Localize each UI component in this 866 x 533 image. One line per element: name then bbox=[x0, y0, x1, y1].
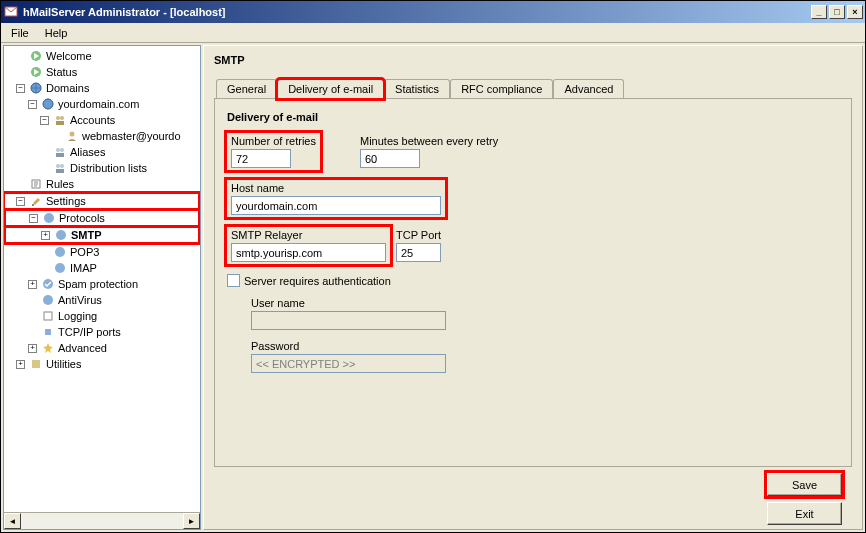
tab-rfc[interactable]: RFC compliance bbox=[450, 79, 553, 98]
svg-rect-16 bbox=[32, 204, 34, 206]
collapse-icon[interactable]: − bbox=[40, 116, 49, 125]
auth-checkbox-row: Server requires authentication bbox=[227, 274, 839, 287]
window-title: hMailServer Administrator - [localhost] bbox=[23, 6, 811, 18]
expand-icon[interactable]: + bbox=[28, 280, 37, 289]
hostname-group: Host name bbox=[227, 180, 445, 217]
hostname-input[interactable] bbox=[231, 196, 441, 215]
maximize-button[interactable]: □ bbox=[829, 5, 845, 19]
relayer-label: SMTP Relayer bbox=[231, 229, 386, 241]
globe-icon bbox=[40, 96, 56, 112]
svg-point-13 bbox=[60, 164, 64, 168]
svg-rect-24 bbox=[45, 329, 51, 335]
tree-protocols[interactable]: − Protocols bbox=[5, 210, 199, 226]
minutes-input[interactable] bbox=[360, 149, 420, 168]
logging-icon bbox=[40, 308, 56, 324]
relayer-input[interactable] bbox=[231, 243, 386, 262]
retries-input[interactable] bbox=[231, 149, 291, 168]
menubar: File Help bbox=[1, 23, 865, 43]
tabs: General Delivery of e-mail Statistics RF… bbox=[214, 79, 852, 99]
svg-rect-14 bbox=[56, 169, 64, 173]
tree-domains[interactable]: − Domains bbox=[4, 80, 200, 96]
tree-yourdomain[interactable]: − yourdomain.com bbox=[4, 96, 200, 112]
users-icon bbox=[52, 112, 68, 128]
svg-rect-23 bbox=[44, 312, 52, 320]
auth-label: Server requires authentication bbox=[244, 275, 391, 287]
tree-tcpip[interactable]: TCP/IP ports bbox=[4, 324, 200, 340]
tree-smtp[interactable]: + SMTP bbox=[5, 227, 199, 243]
menu-help[interactable]: Help bbox=[37, 25, 76, 41]
tree-status[interactable]: Status bbox=[4, 64, 200, 80]
tree-spam[interactable]: + Spam protection bbox=[4, 276, 200, 292]
password-label: Password bbox=[251, 340, 839, 352]
retries-group: Number of retries bbox=[227, 133, 320, 170]
tree-webmaster[interactable]: webmaster@yourdo bbox=[4, 128, 200, 144]
protocol-icon bbox=[41, 210, 57, 226]
star-icon bbox=[40, 340, 56, 356]
rules-icon bbox=[28, 176, 44, 192]
retries-label: Number of retries bbox=[231, 135, 316, 147]
spam-icon bbox=[40, 276, 56, 292]
relayer-group: SMTP Relayer bbox=[227, 227, 390, 264]
svg-point-12 bbox=[56, 164, 60, 168]
tree-imap[interactable]: IMAP bbox=[4, 260, 200, 276]
tab-general[interactable]: General bbox=[216, 79, 277, 98]
tree-panel: Welcome Status − Domains − bbox=[3, 45, 201, 530]
svg-rect-7 bbox=[56, 121, 64, 125]
tree-hscrollbar[interactable]: ◄ ► bbox=[4, 512, 200, 529]
svg-point-4 bbox=[43, 99, 53, 109]
collapse-icon[interactable]: − bbox=[16, 197, 25, 206]
collapse-icon[interactable]: − bbox=[29, 214, 38, 223]
user-icon bbox=[64, 128, 80, 144]
scroll-left-icon[interactable]: ◄ bbox=[4, 513, 21, 529]
close-button[interactable]: × bbox=[847, 5, 863, 19]
collapse-icon[interactable]: − bbox=[16, 84, 25, 93]
expand-icon[interactable]: + bbox=[41, 231, 50, 240]
tree-logging[interactable]: Logging bbox=[4, 308, 200, 324]
list-icon bbox=[52, 160, 68, 176]
status-icon bbox=[28, 64, 44, 80]
expand-icon[interactable]: + bbox=[28, 344, 37, 353]
network-icon bbox=[40, 324, 56, 340]
tree-utilities[interactable]: + Utilities bbox=[4, 356, 200, 372]
svg-point-22 bbox=[43, 295, 53, 305]
utilities-icon bbox=[28, 356, 44, 372]
pop3-icon bbox=[52, 244, 68, 260]
tree-settings[interactable]: − Settings bbox=[4, 193, 199, 209]
nav-tree: Welcome Status − Domains − bbox=[4, 46, 200, 512]
tab-delivery[interactable]: Delivery of e-mail bbox=[277, 79, 384, 99]
section-title: Delivery of e-mail bbox=[227, 111, 839, 123]
menu-file[interactable]: File bbox=[3, 25, 37, 41]
auth-checkbox[interactable] bbox=[227, 274, 240, 287]
tree-distlists[interactable]: Distribution lists bbox=[4, 160, 200, 176]
alias-icon bbox=[52, 144, 68, 160]
tree-rules[interactable]: Rules bbox=[4, 176, 200, 192]
svg-point-8 bbox=[70, 132, 75, 137]
buttons-area: Save Exit bbox=[214, 473, 852, 525]
tcpport-input[interactable] bbox=[396, 243, 441, 262]
tree-welcome[interactable]: Welcome bbox=[4, 48, 200, 64]
arrow-right-icon bbox=[28, 48, 44, 64]
svg-point-19 bbox=[55, 247, 65, 257]
password-input bbox=[251, 354, 446, 373]
tree-advanced[interactable]: + Advanced bbox=[4, 340, 200, 356]
collapse-icon[interactable]: − bbox=[28, 100, 37, 109]
tree-antivirus[interactable]: AntiVirus bbox=[4, 292, 200, 308]
smtp-icon bbox=[53, 227, 69, 243]
minimize-button[interactable]: _ bbox=[811, 5, 827, 19]
titlebar: hMailServer Administrator - [localhost] … bbox=[1, 1, 865, 23]
tree-accounts[interactable]: − Accounts bbox=[4, 112, 200, 128]
exit-button[interactable]: Exit bbox=[767, 502, 842, 525]
save-button[interactable]: Save bbox=[767, 473, 842, 496]
svg-point-6 bbox=[60, 116, 64, 120]
antivirus-icon bbox=[40, 292, 56, 308]
username-label: User name bbox=[251, 297, 839, 309]
svg-point-10 bbox=[60, 148, 64, 152]
tab-statistics[interactable]: Statistics bbox=[384, 79, 450, 98]
tab-advanced[interactable]: Advanced bbox=[553, 79, 624, 98]
globe-icon bbox=[28, 80, 44, 96]
app-icon bbox=[3, 4, 19, 20]
tree-pop3[interactable]: POP3 bbox=[4, 244, 200, 260]
expand-icon[interactable]: + bbox=[16, 360, 25, 369]
scroll-right-icon[interactable]: ► bbox=[183, 513, 200, 529]
tree-aliases[interactable]: Aliases bbox=[4, 144, 200, 160]
